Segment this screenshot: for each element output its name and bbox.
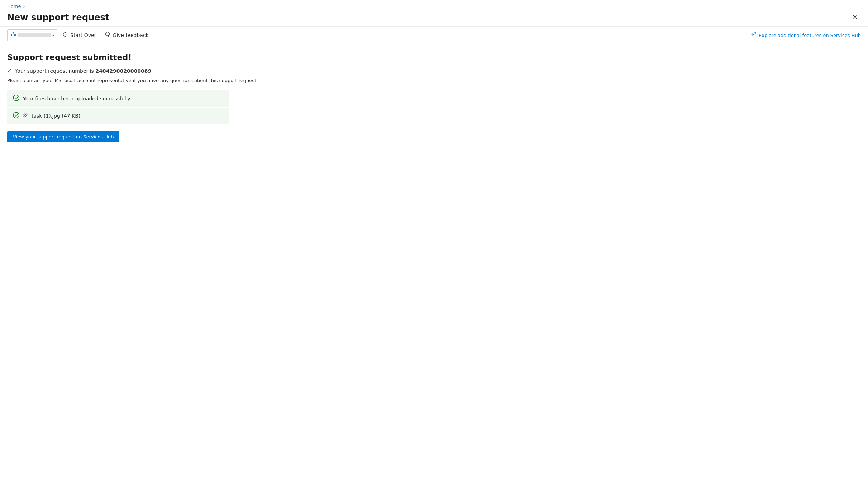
request-number-text: Your support request number is 240429002… [15, 68, 151, 74]
svg-rect-0 [13, 32, 14, 33]
toolbar-left: ▾ Start Over Gi [7, 29, 152, 41]
info-text: Please contact your Microsoft account re… [7, 78, 861, 83]
svg-rect-2 [14, 34, 16, 36]
feedback-icon [105, 32, 110, 39]
external-link-icon-svg [751, 32, 757, 37]
request-number-row: ✓ Your support request number is 2404290… [7, 67, 861, 74]
scope-icon [10, 32, 16, 39]
start-over-button[interactable]: Start Over [59, 30, 100, 41]
check-circle-icon [13, 95, 19, 101]
chevron-down-icon: ▾ [52, 33, 54, 37]
external-link-icon [751, 32, 757, 39]
svg-point-7 [13, 95, 19, 101]
page-header: New support request ··· [0, 11, 868, 26]
explore-services-hub-link[interactable]: Explore additional features on Services … [751, 32, 861, 39]
upload-success-message: Your files have been uploaded successful… [23, 96, 130, 101]
scope-selector[interactable]: ▾ [7, 29, 57, 41]
scope-text-placeholder [18, 33, 51, 37]
file-check-circle-icon [13, 112, 19, 118]
check-icon: ✓ [7, 67, 12, 74]
svg-point-4 [107, 34, 108, 34]
svg-point-8 [13, 112, 19, 118]
view-support-request-button[interactable]: View your support request on Services Hu… [7, 131, 119, 142]
svg-rect-1 [11, 34, 12, 36]
file-success-icon [13, 112, 19, 120]
request-number-value: 2404290020000089 [95, 68, 151, 74]
breadcrumb-separator: › [23, 4, 25, 9]
paperclip-icon [23, 112, 28, 118]
svg-point-5 [108, 34, 109, 34]
toolbar: ▾ Start Over Gi [0, 26, 868, 44]
file-success-box: task (1).jpg (47 KB) [7, 108, 229, 124]
breadcrumb-home-link[interactable]: Home [7, 4, 21, 9]
close-button[interactable] [849, 13, 861, 23]
request-number-prefix: Your support request number is [15, 68, 95, 74]
give-feedback-button[interactable]: Give feedback [101, 30, 152, 41]
success-heading: Support request submitted! [7, 53, 861, 62]
start-over-label: Start Over [70, 32, 96, 38]
breadcrumb: Home › [0, 0, 868, 11]
hierarchy-icon [10, 32, 16, 37]
toolbar-right: Explore additional features on Services … [751, 32, 861, 39]
page-title: New support request [7, 13, 109, 23]
upload-success-row: Your files have been uploaded successful… [13, 95, 224, 103]
page-title-row: New support request ··· [7, 13, 122, 23]
feedback-icon-svg [105, 32, 110, 37]
explore-label: Explore additional features on Services … [759, 33, 861, 38]
upload-success-icon [13, 95, 19, 103]
refresh-icon-svg [62, 32, 68, 37]
file-attachment-icon [23, 112, 28, 119]
file-name: task (1).jpg (47 KB) [32, 113, 80, 119]
more-options-button[interactable]: ··· [112, 13, 122, 22]
upload-success-box: Your files have been uploaded successful… [7, 90, 229, 107]
svg-rect-6 [754, 32, 756, 34]
refresh-icon [62, 32, 68, 39]
close-icon [852, 14, 858, 20]
main-content: Support request submitted! ✓ Your suppor… [0, 44, 868, 151]
give-feedback-label: Give feedback [113, 32, 148, 38]
file-row: task (1).jpg (47 KB) [13, 112, 224, 120]
